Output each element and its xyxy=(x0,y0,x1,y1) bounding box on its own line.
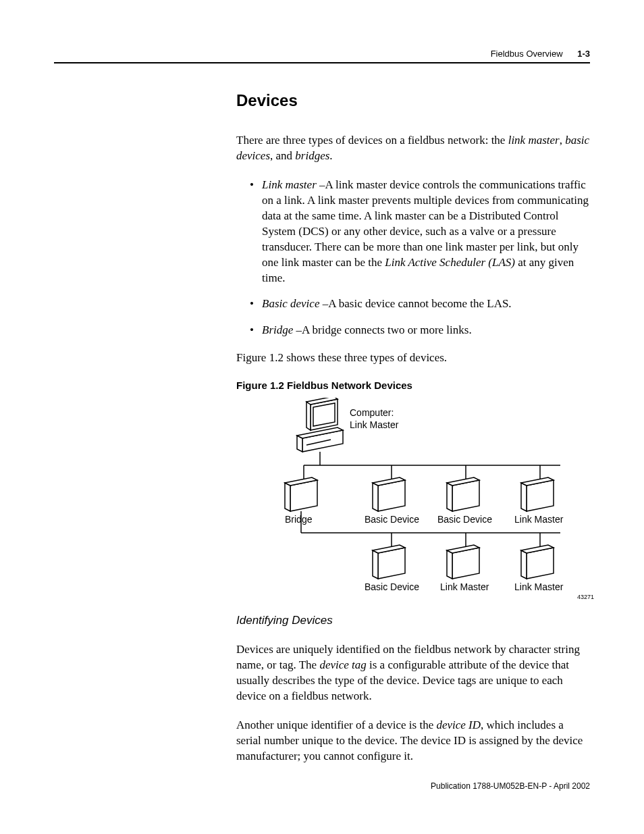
intro-paragraph: There are three types of devices on a fi… xyxy=(236,133,590,164)
figure-reference-text: Figure 1.2 shows these three types of de… xyxy=(236,350,590,366)
svg-marker-24 xyxy=(521,483,527,511)
term-link-master: link master xyxy=(508,134,560,147)
text: , and xyxy=(270,149,295,162)
text: Another unique identifier of a device is… xyxy=(236,719,436,731)
text: –A bridge connects two or more links. xyxy=(293,323,471,336)
list-item-link-master: Link master –A link master device contro… xyxy=(262,178,590,286)
text: –A basic device cannot become the LAS. xyxy=(319,297,511,310)
label-basic-device: Basic Device xyxy=(365,514,419,525)
content-area: Devices There are three types of devices… xyxy=(236,91,590,778)
header-title: Fieldbus Overview xyxy=(491,49,563,59)
svg-marker-21 xyxy=(447,483,452,511)
list-item-basic-device: Basic device –A basic device cannot beco… xyxy=(262,296,590,312)
label-link-master: Link Master xyxy=(514,514,563,525)
text: –A link master device controls the commu… xyxy=(262,178,589,269)
svg-marker-3 xyxy=(313,403,335,426)
term-device-tag: device tag xyxy=(319,658,366,671)
section-heading: Devices xyxy=(236,91,590,110)
page-header: Fieldbus Overview 1-3 xyxy=(491,49,590,59)
term: Bridge xyxy=(262,323,293,336)
term-device-id: device ID xyxy=(436,719,481,731)
svg-marker-18 xyxy=(373,483,378,511)
label-computer-line2: Link Master xyxy=(350,419,398,430)
page-footer: Publication 1788-UM052B-EN-P - April 200… xyxy=(431,781,590,791)
list-item-bridge: Bridge –A bridge connects two or more li… xyxy=(262,323,590,338)
text: There are three types of devices on a fi… xyxy=(236,134,508,147)
svg-marker-38 xyxy=(521,550,527,579)
label-link-master: Link Master xyxy=(514,581,563,592)
label-link-master: Link Master xyxy=(440,581,489,592)
figure-ref-number: 43271 xyxy=(577,594,594,600)
svg-marker-35 xyxy=(447,550,452,579)
label-basic-device: Basic Device xyxy=(437,514,492,525)
network-diagram-svg xyxy=(263,398,594,600)
figure-caption: Figure 1.2 Fieldbus Network Devices xyxy=(236,380,590,391)
svg-marker-15 xyxy=(285,483,290,511)
text: , xyxy=(560,134,566,147)
header-rule xyxy=(54,62,590,63)
device-type-list: Link master –A link master device contro… xyxy=(236,178,590,338)
term: Link master xyxy=(262,178,317,191)
figure-diagram: Computer: Link Master Bridge Basic Devic… xyxy=(263,398,594,600)
paragraph-device-id: Another unique identifier of a device is… xyxy=(236,718,590,764)
term-las: Link Active Scheduler (LAS) xyxy=(385,256,515,269)
paragraph-device-tag: Devices are uniquely identified on the f… xyxy=(236,642,590,704)
term-bridges: bridges xyxy=(295,149,329,162)
header-pagenum: 1-3 xyxy=(577,49,590,59)
label-bridge: Bridge xyxy=(285,514,312,525)
label-basic-device: Basic Device xyxy=(365,581,419,592)
subsection-heading: Identifying Devices xyxy=(236,614,590,627)
label-computer-line1: Computer: xyxy=(350,407,394,418)
svg-marker-1 xyxy=(306,402,311,430)
term: Basic device xyxy=(262,297,319,310)
text: . xyxy=(329,149,332,162)
svg-marker-32 xyxy=(373,550,378,579)
